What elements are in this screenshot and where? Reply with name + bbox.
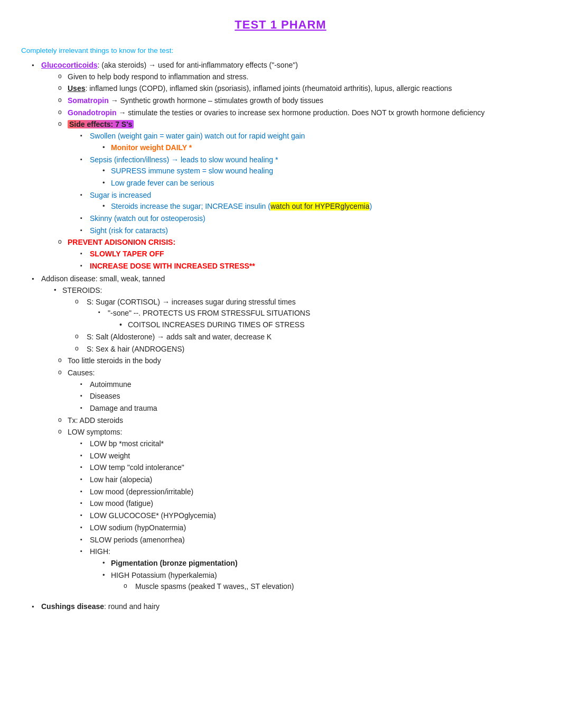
- intro-text: Completely irrelevant things to know for…: [21, 45, 540, 57]
- steroids-sub: S: Sugar (CORTISOL) → increases sugar du…: [62, 297, 540, 355]
- slow-periods-item: SLOW periods (amenorrhea): [80, 535, 540, 546]
- taper-item: SLOWLY TAPER OFF: [80, 248, 540, 260]
- gonadotropin-item: Gonadotropin → stimulate the testies or …: [57, 107, 540, 119]
- low-hair-item: Low hair (alopecia): [80, 474, 540, 486]
- addison-disease-item: Addison disease: small, weak, tanned STE…: [32, 273, 540, 593]
- too-little-item: Too little steroids in the body: [57, 355, 540, 367]
- sone-sub: COITSOL INCREASES DURING TIMES OF STRESS: [108, 319, 540, 331]
- addison-sub: STEROIDS: S: Sugar (CORTISOL) → increase…: [41, 285, 540, 355]
- muscle-spasms-item: Muscle spasms (peaked T waves,, ST eleva…: [123, 581, 540, 593]
- addison-details: Too little steroids in the body Causes: …: [41, 355, 540, 593]
- diseases-item: Diseases: [80, 391, 540, 402]
- main-list: Glucocorticoids: (aka steroids) → used f…: [21, 60, 540, 613]
- given-item: Given to help body respond to inflammati…: [57, 71, 540, 83]
- sone-item: "-sone" --. PROTECTS US FROM STRESSFUL S…: [98, 308, 540, 330]
- lowgrade-item: Low grade fever can be serious: [102, 178, 540, 189]
- pigmentation-item: Pigmentation (bronze pigmentation): [102, 558, 540, 569]
- low-temp-item: LOW temp "cold intolerance": [80, 462, 540, 474]
- monitor-weight-item: Monitor weight DAILY *: [102, 142, 540, 154]
- page-title: TEST 1 PHARM: [21, 16, 540, 34]
- swollen-sub: Monitor weight DAILY *: [90, 142, 540, 154]
- side-effects-item: Side effects: 7 S's Swollen (weight gain…: [57, 119, 540, 236]
- coitsol-item: COITSOL INCREASES DURING TIMES OF STRESS: [119, 319, 540, 331]
- low-symptoms-item: LOW symptoms: LOW bp *most cricital* LOW…: [57, 427, 540, 593]
- low-mood1-item: Low mood (depression/irritable): [80, 486, 540, 498]
- high-potassium-item: HIGH Potassium (hyperkalemia) Muscle spa…: [102, 570, 540, 593]
- low-mood2-item: Low mood (fatigue): [80, 498, 540, 510]
- low-sodium-item: LOW sodium (hypOnatermia): [80, 522, 540, 534]
- s-sugar-item: S: Sugar (CORTISOL) → increases sugar du…: [74, 297, 540, 331]
- s-salt-item: S: Salt (Aldosterone) → adds salt and wa…: [74, 331, 540, 343]
- somatropin-item: Somatropin → Synthetic growth hormone – …: [57, 95, 540, 107]
- low-bp-item: LOW bp *most cricital*: [80, 438, 540, 450]
- uses-item: Uses: inflamed lungs (COPD), inflamed sk…: [57, 83, 540, 95]
- cushings-item: Cushings disease: round and hairy: [32, 601, 540, 613]
- causes-list: Autoimmune Diseases Damage and trauma: [68, 379, 540, 414]
- glucocorticoids-label: Glucocorticoids: [41, 61, 98, 69]
- s-sugar-sub: "-sone" --. PROTECTS US FROM STRESSFUL S…: [87, 308, 540, 330]
- sugar-sub: Steroids increase the sugar; INCREASE in…: [90, 201, 540, 213]
- sight-item: Sight (risk for cataracts): [80, 225, 540, 237]
- tx-item: Tx: ADD steroids: [57, 415, 540, 427]
- swollen-item: Swollen (weight gain = water gain) watch…: [80, 131, 540, 153]
- gluco-sub: Given to help body respond to inflammati…: [41, 71, 540, 272]
- s-sex-item: S: Sex & hair (ANDROGENS): [74, 344, 540, 355]
- damage-item: Damage and trauma: [80, 403, 540, 414]
- cushings-label: Cushings disease: [41, 602, 104, 611]
- autoimmune-item: Autoimmune: [80, 379, 540, 391]
- sepsis-sub: SUPRESS immune system = slow wound heali…: [90, 165, 540, 189]
- suppress-item: SUPRESS immune system = slow wound heali…: [102, 165, 540, 177]
- low-symptoms-list: LOW bp *most cricital* LOW weight LOW te…: [68, 438, 540, 593]
- causes-item: Causes: Autoimmune Diseases Damage and t…: [57, 367, 540, 414]
- steroids-label-item: STEROIDS: S: Sugar (CORTISOL) → increase…: [54, 285, 540, 355]
- glucocorticoids-item: Glucocorticoids: (aka steroids) → used f…: [32, 60, 540, 272]
- high-potassium-sub: Muscle spasms (peaked T waves,, ST eleva…: [111, 581, 540, 593]
- skinny-item: Skinny (watch out for osteoperosis): [80, 213, 540, 225]
- steroids-sugar-item: Steroids increase the sugar; INCREASE in…: [102, 201, 540, 213]
- seven-s-list: Swollen (weight gain = water gain) watch…: [68, 131, 540, 236]
- sepsis-item: Sepsis (infection/illness) → leads to sl…: [80, 154, 540, 189]
- high-item: HIGH: Pigmentation (bronze pigmentation)…: [80, 546, 540, 593]
- prevent-sub-list: SLOWLY TAPER OFF INCREASE DOSE WITH INCR…: [68, 248, 540, 272]
- high-list: Pigmentation (bronze pigmentation) HIGH …: [90, 558, 540, 593]
- prevent-item: PREVENT ADISONION CRISIS: SLOWLY TAPER O…: [57, 237, 540, 272]
- low-weight-item: LOW weight: [80, 450, 540, 462]
- increase-dose-item: INCREASE DOSE WITH INCREASED STRESS**: [80, 261, 540, 272]
- low-glucose-item: LOW GLUCOCOSE* (HYPOglycemia): [80, 510, 540, 522]
- sugar-item: Sugar is increased Steroids increase the…: [80, 190, 540, 213]
